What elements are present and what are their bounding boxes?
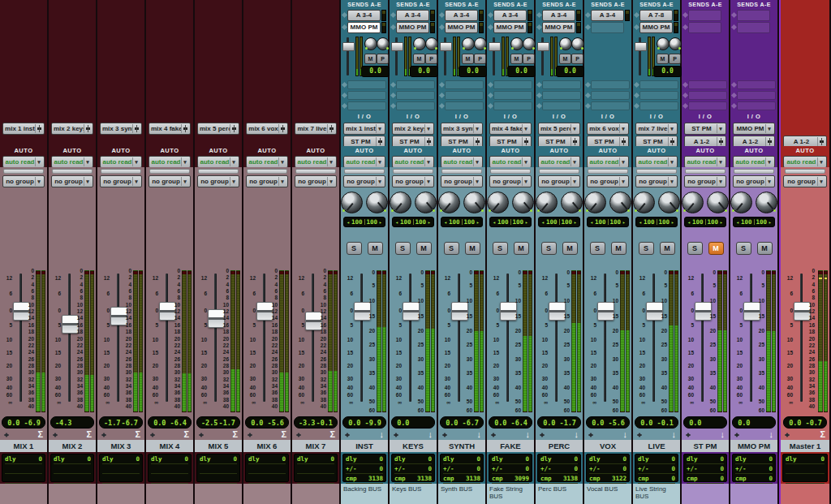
volume-display[interactable]: 0.0 -0.1	[635, 416, 678, 429]
track-type-icon[interactable]: ↓	[623, 429, 628, 440]
mute-button[interactable]: M	[562, 242, 578, 255]
group-selector[interactable]: no group ▾	[441, 175, 483, 187]
track-name[interactable]: FAKE	[487, 440, 534, 452]
pan-left-knob[interactable]	[536, 192, 558, 213]
mute-button[interactable]: M	[514, 242, 529, 255]
track-comment[interactable]	[97, 484, 144, 504]
input-selector[interactable]: mix 3 synth ▾	[441, 123, 483, 135]
track-comment[interactable]	[49, 484, 96, 504]
track-type-icon[interactable]: ↓	[526, 429, 531, 440]
group-selector[interactable]: no group ▾	[392, 175, 434, 187]
fader-track[interactable]	[458, 274, 460, 402]
meter-nudge-icon[interactable]	[149, 430, 158, 440]
pan-left-knob[interactable]	[730, 192, 752, 213]
send-slot-empty[interactable]	[390, 90, 437, 101]
send-mute-button[interactable]: M	[657, 54, 669, 64]
send-slot-empty[interactable]	[633, 90, 680, 101]
send-slot-empty[interactable]	[536, 90, 583, 101]
automation-mode-selector[interactable]: auto read ▾	[684, 156, 726, 168]
send-pan-left-knob[interactable]	[657, 37, 670, 50]
send-b-button[interactable]: MMO PM	[445, 22, 478, 33]
send-slot-empty[interactable]	[730, 80, 777, 90]
meter-nudge-icon[interactable]	[734, 430, 743, 440]
input-selector[interactable]: mix 1 inst	[2, 123, 45, 135]
send-slot-b[interactable]: MMO PM	[487, 21, 534, 33]
delay-display[interactable]: dly0 +/-0 cmp3138	[342, 454, 386, 482]
send-slot-empty[interactable]	[487, 101, 534, 111]
send-slot-empty[interactable]	[390, 80, 437, 90]
automation-mode-selector[interactable]: auto read ▾	[392, 156, 434, 168]
pan-display[interactable]: ◂100100▸	[733, 217, 775, 227]
solo-button[interactable]: S	[395, 242, 411, 255]
send-pan-left-knob[interactable]	[462, 37, 475, 50]
volume-display[interactable]: 0.0 -0.7	[783, 416, 827, 429]
fader-track[interactable]	[214, 274, 217, 402]
pan-left-knob[interactable]	[633, 192, 655, 213]
solo-button[interactable]: S	[687, 242, 703, 255]
meter-nudge-icon[interactable]	[3, 430, 12, 440]
send-mute-button[interactable]: M	[364, 54, 377, 64]
delay-display[interactable]: dly0 +/-0 cmp0	[635, 454, 678, 482]
send-slot-empty[interactable]	[682, 80, 729, 90]
send-slot-empty[interactable]	[633, 80, 680, 90]
input-selector[interactable]: mix 4 fake	[149, 123, 191, 135]
pan-right-knob[interactable]	[609, 192, 631, 213]
input-selector[interactable]: MMO PM ▾	[733, 123, 775, 135]
track-name[interactable]: MIX 2	[49, 440, 96, 452]
track-name[interactable]: MMO PM	[730, 440, 777, 452]
send-pan-button[interactable]: P	[377, 54, 389, 64]
delay-display[interactable]: dly0 +/-0 cmp3122	[586, 454, 630, 482]
delay-display[interactable]: dly0 +/-0 cmp3138	[391, 454, 435, 482]
send-pan-left-knob[interactable]	[413, 37, 426, 50]
send-slot-empty[interactable]	[536, 80, 583, 90]
send-slot-empty[interactable]	[341, 80, 388, 90]
automation-mode-selector[interactable]: auto read ▾	[538, 156, 580, 168]
meter-nudge-icon[interactable]	[441, 430, 450, 440]
automation-mode-selector[interactable]: auto read ▾	[295, 156, 337, 168]
track-type-icon[interactable]: Σ	[281, 429, 286, 440]
group-selector[interactable]: no group ▾	[538, 175, 580, 187]
track-name[interactable]: Master 1	[781, 440, 829, 452]
track-comment[interactable]: Keys BUS	[390, 484, 437, 504]
track-comment[interactable]	[682, 484, 729, 504]
send-a-button[interactable]	[688, 10, 721, 21]
mute-button[interactable]: M	[757, 242, 773, 255]
input-selector[interactable]: ST PM ▾	[684, 123, 726, 135]
pan-right-knob[interactable]	[561, 192, 583, 213]
track-comment[interactable]: Synth BUS	[438, 484, 485, 504]
input-selector[interactable]: mix 7 live ▾	[635, 123, 678, 135]
send-pan-right-knob[interactable]	[474, 37, 487, 50]
send-pan-button[interactable]: P	[571, 54, 583, 64]
send-slot-b[interactable]: MMO PM	[438, 21, 485, 33]
automation-mode-selector[interactable]: auto read ▾	[2, 156, 45, 168]
solo-button[interactable]: S	[541, 242, 557, 255]
fader-track[interactable]	[19, 274, 22, 402]
pan-right-knob[interactable]	[512, 192, 534, 213]
volume-display[interactable]: 0.0 -6.7	[440, 416, 484, 429]
solo-button[interactable]: S	[736, 242, 751, 255]
group-selector[interactable]: no group ▾	[149, 175, 191, 187]
volume-display[interactable]: -1.7 -6.7	[99, 416, 143, 429]
send-fader-cap[interactable]	[391, 42, 403, 51]
send-slot-empty[interactable]	[341, 90, 388, 101]
meter-nudge-icon[interactable]	[784, 430, 793, 440]
send-pan-right-knob[interactable]	[377, 37, 390, 50]
volume-display[interactable]: 0.0	[683, 416, 727, 429]
send-b-button[interactable]	[737, 22, 770, 33]
delay-display[interactable]: dly0 +/-0 cmp3138	[440, 454, 484, 482]
delay-display[interactable]: dly0	[294, 454, 338, 482]
track-name[interactable]: PERC	[536, 440, 583, 452]
solo-button[interactable]: S	[639, 242, 654, 255]
send-mute-button[interactable]: M	[510, 54, 523, 64]
volume-display[interactable]: 0.0 -9.9	[342, 416, 386, 429]
meter-nudge-icon[interactable]	[344, 430, 353, 440]
track-type-icon[interactable]: Σ	[820, 429, 825, 440]
meter-nudge-icon[interactable]	[685, 430, 694, 440]
volume-display[interactable]: 0.0 -5.6	[586, 416, 630, 429]
automation-mode-selector[interactable]: auto read ▾	[149, 156, 191, 168]
volume-display[interactable]: 0.0 -6.4	[148, 416, 192, 429]
pan-display[interactable]: ◂100100▸	[343, 217, 385, 227]
send-slot-b[interactable]	[584, 21, 631, 33]
send-slot-b[interactable]: MMO PM	[390, 21, 437, 33]
automation-mode-selector[interactable]: auto read ▾	[441, 156, 483, 168]
